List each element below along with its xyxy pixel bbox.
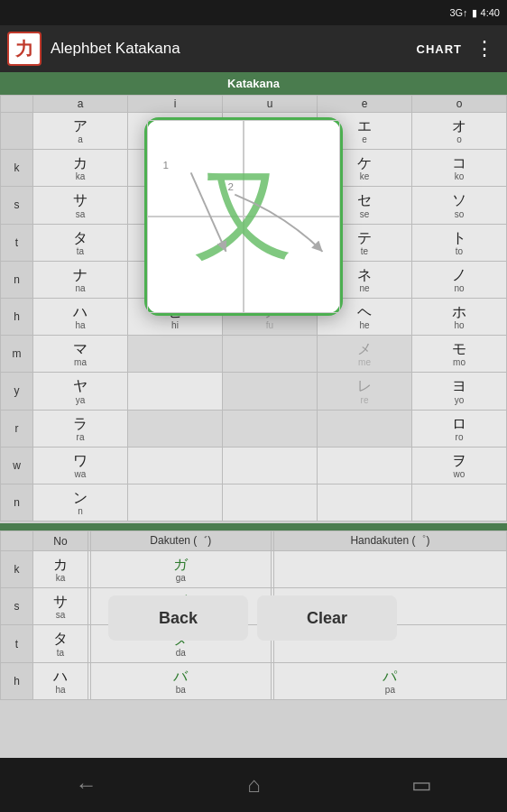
kana-cell[interactable]: カka bbox=[33, 551, 88, 588]
row-header: r bbox=[1, 410, 33, 447]
bottom-nav: ← ⌂ ▭ bbox=[0, 758, 507, 812]
kana-cell[interactable]: メme bbox=[318, 336, 412, 373]
signal-text: 3G↑ bbox=[449, 7, 467, 18]
back-nav-icon[interactable]: ← bbox=[75, 772, 97, 798]
chart-button[interactable]: CHART bbox=[410, 39, 470, 60]
col-header-handakuten: Handakuten (゜) bbox=[273, 531, 506, 551]
kana-cell[interactable]: オo bbox=[412, 113, 507, 150]
col-header-no: No bbox=[33, 531, 88, 551]
kana-cell[interactable] bbox=[223, 336, 318, 373]
table-row[interactable]: n ンn bbox=[1, 484, 507, 521]
kana-cell[interactable]: レre bbox=[318, 373, 412, 410]
section-header: Katakana bbox=[0, 72, 507, 95]
kana-cell[interactable] bbox=[412, 484, 507, 521]
row-header: s bbox=[1, 588, 33, 625]
table-row[interactable]: y ヤya レre ヨyo bbox=[1, 373, 507, 410]
section-divider bbox=[0, 523, 507, 531]
kana-cell[interactable]: バba bbox=[90, 662, 271, 699]
kana-cell[interactable]: ソso bbox=[412, 187, 507, 224]
kana-cell[interactable]: タta bbox=[33, 224, 128, 261]
table-row[interactable]: r ラra ロro bbox=[1, 410, 507, 447]
col-header-u: u bbox=[223, 96, 318, 113]
kana-cell[interactable]: ラra bbox=[33, 410, 128, 447]
battery-icon: ▮ bbox=[472, 7, 477, 19]
kana-cell[interactable] bbox=[128, 447, 223, 484]
kana-cell[interactable]: ンn bbox=[33, 484, 128, 521]
kana-cell[interactable]: サsa bbox=[33, 187, 128, 224]
character-display: 又 1 2 bbox=[147, 120, 340, 313]
svg-line-2 bbox=[191, 172, 226, 252]
drawing-overlay[interactable]: 又 1 2 bbox=[144, 117, 343, 316]
back-button[interactable]: Back bbox=[108, 595, 248, 641]
kana-cell[interactable]: ノno bbox=[412, 261, 507, 298]
home-nav-icon[interactable]: ⌂ bbox=[247, 772, 261, 798]
kana-cell[interactable]: ナna bbox=[33, 261, 128, 298]
kana-cell[interactable] bbox=[318, 447, 412, 484]
col-header-empty bbox=[1, 96, 33, 113]
kana-cell[interactable]: ホho bbox=[412, 298, 507, 335]
kana-cell[interactable]: ヨyo bbox=[412, 373, 507, 410]
kana-cell[interactable] bbox=[128, 484, 223, 521]
table-row[interactable]: m マma メme モmo bbox=[1, 336, 507, 373]
action-buttons: Back Clear bbox=[108, 595, 397, 641]
kana-cell[interactable]: ガga bbox=[90, 551, 271, 588]
row-header: y bbox=[1, 373, 33, 410]
kana-cell[interactable]: ヲwo bbox=[412, 447, 507, 484]
table-row[interactable]: h ハha バba パpa bbox=[1, 662, 507, 699]
col-header-i: i bbox=[128, 96, 223, 113]
kana-cell[interactable] bbox=[128, 336, 223, 373]
table-row[interactable]: k カka ガga bbox=[1, 551, 507, 588]
svg-text:1: 1 bbox=[163, 159, 169, 171]
col-header-empty bbox=[1, 531, 33, 551]
app-title: Alephbet Katakana bbox=[51, 40, 410, 58]
time-display: 4:40 bbox=[481, 7, 500, 18]
row-header: k bbox=[1, 551, 33, 588]
col-header-dakuten: Dakuten (゛) bbox=[90, 531, 271, 551]
row-header: h bbox=[1, 662, 33, 699]
kana-cell[interactable]: ハha bbox=[33, 298, 128, 335]
row-header: w bbox=[1, 447, 33, 484]
kana-cell[interactable]: ヤya bbox=[33, 373, 128, 410]
kana-cell[interactable]: モmo bbox=[412, 336, 507, 373]
app-icon: 力 bbox=[7, 32, 41, 66]
row-header: t bbox=[1, 625, 33, 662]
row-header: h bbox=[1, 298, 33, 335]
col-header-a: a bbox=[33, 96, 128, 113]
kana-cell[interactable]: パpa bbox=[273, 662, 506, 699]
kana-cell[interactable]: コko bbox=[412, 150, 507, 187]
kana-cell[interactable] bbox=[318, 410, 412, 447]
svg-text:2: 2 bbox=[227, 180, 233, 192]
kana-cell[interactable] bbox=[273, 551, 506, 588]
row-header: n bbox=[1, 484, 33, 521]
table-row[interactable]: w ワwa ヲwo bbox=[1, 447, 507, 484]
kana-cell[interactable]: ハha bbox=[33, 662, 88, 699]
kana-cell[interactable] bbox=[128, 373, 223, 410]
kana-cell[interactable] bbox=[223, 484, 318, 521]
row-header: s bbox=[1, 187, 33, 224]
kana-cell[interactable] bbox=[223, 373, 318, 410]
kana-cell[interactable] bbox=[223, 447, 318, 484]
row-header: k bbox=[1, 150, 33, 187]
kana-cell[interactable] bbox=[223, 410, 318, 447]
kana-cell[interactable]: トto bbox=[412, 224, 507, 261]
kana-cell[interactable] bbox=[128, 410, 223, 447]
row-header bbox=[1, 113, 33, 150]
row-header: t bbox=[1, 224, 33, 261]
kana-cell[interactable]: カka bbox=[33, 150, 128, 187]
menu-icon[interactable]: ⋮ bbox=[469, 33, 500, 64]
kana-cell[interactable] bbox=[318, 484, 412, 521]
clear-button[interactable]: Clear bbox=[257, 595, 397, 641]
recent-nav-icon[interactable]: ▭ bbox=[411, 772, 432, 798]
kana-cell[interactable]: アa bbox=[33, 113, 128, 150]
kana-cell[interactable]: マma bbox=[33, 336, 128, 373]
kana-cell[interactable]: ロro bbox=[412, 410, 507, 447]
row-header: m bbox=[1, 336, 33, 373]
row-header: n bbox=[1, 261, 33, 298]
kana-cell[interactable]: サsa bbox=[33, 588, 88, 625]
main-content: Katakana a i u e o アa イi ウu bbox=[0, 72, 507, 758]
stroke-arrows: 1 2 bbox=[147, 120, 340, 313]
kana-cell[interactable]: タta bbox=[33, 625, 88, 662]
status-bar: 3G↑ ▮ 4:40 bbox=[0, 0, 507, 25]
kana-cell[interactable]: ワwa bbox=[33, 447, 128, 484]
drawing-canvas-area: 又 1 2 bbox=[147, 120, 340, 313]
